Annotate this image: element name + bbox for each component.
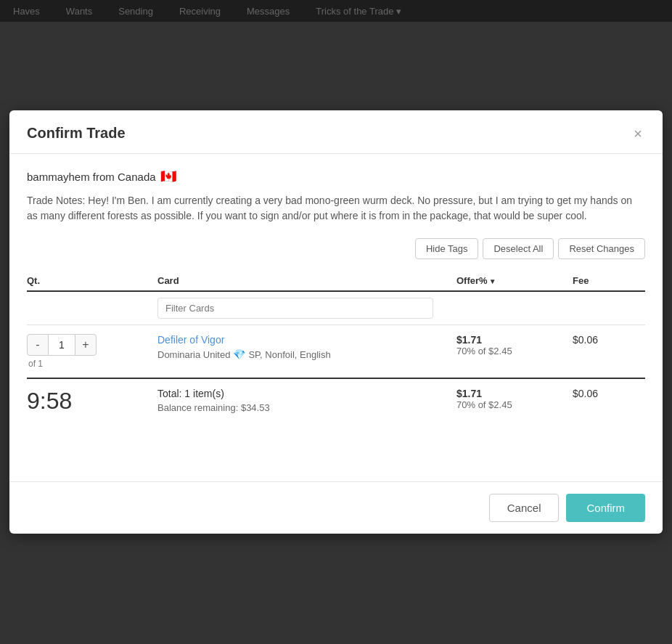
close-button[interactable]: ×: [631, 126, 645, 141]
offer-price: $1.71: [456, 334, 573, 346]
totals-info: Total: 1 item(s) Balance remaining: $34.…: [157, 388, 456, 413]
card-info: Defiler of Vigor Dominaria United 💎 SP, …: [157, 334, 456, 360]
qty-display: 1: [49, 334, 75, 356]
offer-percent: 70% of $2.45: [456, 346, 573, 356]
qty-of-text: of 1: [28, 359, 43, 369]
user-line: bammayhem from Canada 🇨🇦: [27, 168, 645, 184]
modal-title: Confirm Trade: [27, 125, 126, 142]
trade-table: Qt. Card Offer%▼ Fee: [27, 271, 645, 423]
header-qty: Qt.: [27, 275, 157, 286]
modal-body: bammayhem from Canada 🇨🇦 Trade Notes: He…: [9, 154, 663, 438]
card-details: Dominaria United 💎 SP, Nonfoil, English: [157, 349, 456, 360]
total-price: $1.71: [456, 388, 573, 399]
qty-row: - 1 +: [27, 334, 97, 356]
balance-label: Balance remaining: $34.53: [157, 402, 456, 413]
header-card: Card: [157, 275, 456, 286]
table-row: - 1 + of 1 Defiler of Vigor Dominaria Un…: [27, 325, 645, 378]
filter-cards-input[interactable]: [157, 298, 433, 319]
total-offer: $1.71 70% of $2.45: [456, 388, 573, 410]
header-fee: Fee: [573, 275, 645, 286]
card-name-link[interactable]: Defiler of Vigor: [157, 334, 456, 346]
table-header: Qt. Card Offer%▼ Fee: [27, 271, 645, 292]
modal-overlay: Confirm Trade × bammayhem from Canada 🇨🇦…: [0, 0, 672, 644]
confirm-button[interactable]: Confirm: [566, 494, 645, 522]
offer-info: $1.71 70% of $2.45: [456, 334, 573, 356]
modal-header: Confirm Trade ×: [9, 110, 663, 154]
cancel-button[interactable]: Cancel: [489, 494, 560, 522]
card-condition: SP, Nonfoil, English: [248, 349, 330, 360]
username-text: bammayhem from Canada: [27, 171, 156, 183]
total-fee: $0.06: [573, 388, 645, 399]
qty-increase-button[interactable]: +: [75, 334, 97, 356]
total-percent: 70% of $2.45: [456, 399, 573, 410]
set-icon: 💎: [233, 349, 245, 360]
flag-icon: 🇨🇦: [160, 168, 176, 184]
qty-control: - 1 + of 1: [27, 334, 157, 369]
qty-decrease-button[interactable]: -: [27, 334, 49, 356]
sort-arrow-icon: ▼: [489, 277, 496, 285]
header-offer: Offer%▼: [456, 275, 573, 286]
hide-tags-button[interactable]: Hide Tags: [415, 238, 479, 259]
trade-notes: Trade Notes: Hey! I'm Ben. I am currentl…: [27, 193, 645, 224]
modal-footer: Cancel Confirm: [9, 481, 663, 534]
fee-price: $0.06: [573, 334, 645, 346]
filter-row: [27, 292, 645, 325]
total-label: Total: 1 item(s): [157, 388, 456, 399]
reset-changes-button[interactable]: Reset Changes: [558, 238, 645, 259]
totals-row: 9:58 Total: 1 item(s) Balance remaining:…: [27, 378, 645, 423]
deselect-all-button[interactable]: Deselect All: [483, 238, 554, 259]
card-set-name: Dominaria United: [157, 349, 230, 360]
countdown-timer: 9:58: [27, 388, 157, 415]
confirm-trade-modal: Confirm Trade × bammayhem from Canada 🇨🇦…: [9, 110, 663, 534]
action-buttons: Hide Tags Deselect All Reset Changes: [27, 238, 645, 259]
